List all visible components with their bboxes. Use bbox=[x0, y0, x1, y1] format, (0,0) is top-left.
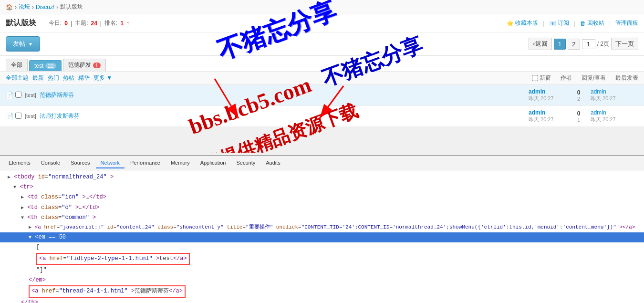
page1-button[interactable]: 1 bbox=[554, 39, 566, 50]
sep2: | bbox=[100, 20, 102, 27]
toolbar: 发帖 ▼ ‹返回 1 2 / 2页 下一页 bbox=[0, 32, 644, 56]
tab-fandesa[interactable]: 范德萨发 1 bbox=[63, 59, 106, 71]
tree-arrow-selected[interactable]: ▼ bbox=[29, 235, 31, 240]
collect-link[interactable]: ⭐ 收藏本版 bbox=[507, 19, 538, 27]
thread-row: 📄 [test] 法师打发斯蒂芬 admin 昨天 20:27 0 1 a bbox=[0, 106, 644, 127]
devtools-tab-security[interactable]: Security bbox=[231, 158, 260, 168]
today-val: 0 bbox=[64, 20, 68, 27]
thread-checkbox-col bbox=[15, 113, 25, 120]
filter-more[interactable]: 更多 ▼ bbox=[93, 74, 112, 82]
devtools-tab-sources[interactable]: Sources bbox=[66, 158, 94, 168]
devtools-tab-elements[interactable]: Elements bbox=[4, 158, 35, 168]
tree-line: "]" bbox=[0, 265, 644, 275]
thread-title-link[interactable]: 范德萨斯蒂芬 bbox=[40, 92, 74, 98]
thread-icon: 📄 bbox=[6, 92, 15, 99]
forum-actions: ⭐ 收藏本版 | 📧 订阅 | 🗑 回收站 | 管理面板 bbox=[507, 19, 638, 27]
thread-views: 1 bbox=[567, 117, 591, 123]
thread-last-col: admin 昨天 20:27 bbox=[591, 109, 638, 123]
tab-all-label: 全部 bbox=[11, 61, 22, 69]
page2-button[interactable]: 2 bbox=[568, 39, 580, 50]
thread-tag: [test] bbox=[25, 113, 36, 119]
devtools-tab-application[interactable]: Application bbox=[196, 158, 231, 168]
breadcrumb-sep3: › bbox=[56, 4, 58, 10]
back-button[interactable]: ‹返回 bbox=[529, 38, 551, 50]
rank-up-arrow: ↑ bbox=[126, 20, 129, 27]
devtools-panel: Elements Console Sources Network Perform… bbox=[0, 155, 644, 303]
forum-section: 🏠 › 论坛 › Discuz! › 默认版块 默认版块 今日: 0 | 主题:… bbox=[0, 0, 644, 155]
thread-title-col: [test] 范德萨斯蒂芬 bbox=[25, 91, 529, 99]
thread-last-time: 昨天 20:27 bbox=[591, 95, 638, 102]
new-window-checkbox[interactable] bbox=[532, 75, 538, 81]
home-icon: 🏠 bbox=[6, 4, 13, 10]
new-window-label: 新窗 bbox=[540, 74, 551, 82]
thread-author-time: 昨天 20:27 bbox=[529, 116, 567, 123]
page-input[interactable] bbox=[582, 39, 595, 49]
tree-arrow[interactable]: ▶ bbox=[21, 205, 24, 210]
tree-line: </th> bbox=[0, 298, 644, 303]
recycle-link[interactable]: 🗑 回收站 bbox=[580, 19, 604, 27]
tab-test-count: 22 bbox=[45, 63, 56, 69]
thread-replies: 0 bbox=[567, 89, 591, 96]
tree-line: ▶ <td class="o" >…</td> bbox=[0, 203, 644, 213]
thread-title-link[interactable]: 法师打发斯蒂芬 bbox=[40, 113, 80, 119]
devtools-tab-audits[interactable]: Audits bbox=[261, 158, 285, 168]
pagination: ‹返回 1 2 / 2页 下一页 bbox=[529, 38, 638, 50]
breadcrumb-forum[interactable]: 论坛 bbox=[19, 3, 30, 11]
tree-line: ▶ <td class="icn" >…</td> bbox=[0, 192, 644, 202]
tree-line-selected[interactable]: ▼ <em == 50 bbox=[0, 232, 644, 242]
filter-bar: 全部主题 最新 热门 热帖 精华 更多 ▼ 新窗 作者 回复/查看 最后发表 bbox=[0, 72, 644, 85]
thread-author-col: admin 昨天 20:27 bbox=[529, 109, 567, 123]
thread-checkbox-col bbox=[15, 92, 25, 99]
tab-test[interactable]: test 22 bbox=[29, 60, 62, 71]
breadcrumb-sep2: › bbox=[32, 4, 34, 10]
filter-hotpost[interactable]: 热帖 bbox=[63, 74, 74, 82]
thread-author-time: 昨天 20:27 bbox=[529, 95, 567, 102]
sep1: | bbox=[71, 20, 72, 27]
devtools-tab-network[interactable]: Network bbox=[96, 158, 125, 168]
thread-icon: 📄 bbox=[6, 113, 15, 120]
last-post-col-label: 最后发表 bbox=[615, 74, 638, 82]
replies-col-label: 回复/查看 bbox=[582, 74, 606, 82]
thread-list: 📄 [test] 范德萨斯蒂芬 admin 昨天 20:27 0 2 ad bbox=[0, 85, 644, 127]
tab-all[interactable]: 全部 bbox=[6, 59, 28, 71]
filter-essence[interactable]: 精华 bbox=[78, 74, 90, 82]
devtools-tab-console[interactable]: Console bbox=[36, 158, 65, 168]
tab-fandesa-label: 范德萨发 bbox=[68, 61, 91, 69]
thread-last-author: admin bbox=[591, 109, 638, 116]
filter-all-topics[interactable]: 全部主题 bbox=[6, 74, 29, 82]
thread-author-col: admin 昨天 20:27 bbox=[529, 88, 567, 102]
tab-fandesa-count: 1 bbox=[93, 63, 101, 68]
tree-arrow[interactable]: ▼ bbox=[21, 215, 24, 220]
tree-line: </em> bbox=[0, 275, 644, 285]
rank-val: 1 bbox=[120, 20, 124, 27]
subscribe-link[interactable]: 📧 订阅 bbox=[549, 19, 569, 27]
topic-val: 24 bbox=[91, 20, 97, 27]
thread-checkbox[interactable] bbox=[15, 113, 21, 119]
rank-label: 排名: bbox=[104, 19, 117, 27]
tree-arrow[interactable]: ▼ bbox=[13, 185, 16, 190]
manage-link[interactable]: 管理面板 bbox=[615, 19, 638, 27]
filter-latest[interactable]: 最新 bbox=[32, 74, 44, 82]
devtools-tab-memory[interactable]: Memory bbox=[166, 158, 195, 168]
filter-cols: 新窗 作者 回复/查看 最后发表 bbox=[532, 74, 638, 82]
tab-test-label: test bbox=[34, 63, 43, 69]
thread-row: 📄 [test] 范德萨斯蒂芬 admin 昨天 20:27 0 2 ad bbox=[0, 85, 644, 106]
forum-title: 默认版块 bbox=[6, 18, 36, 28]
thread-views: 2 bbox=[567, 96, 591, 102]
forum-header: 默认版块 今日: 0 | 主题: 24 | 排名: 1 ↑ ⭐ 收藏本版 | 📧… bbox=[0, 14, 644, 32]
page-total: / 2页 bbox=[597, 40, 609, 48]
breadcrumb-sep1: › bbox=[15, 4, 17, 10]
thread-author-name: admin bbox=[529, 88, 567, 95]
thread-title-col: [test] 法师打发斯蒂芬 bbox=[25, 112, 529, 120]
tree-arrow[interactable]: ▶ bbox=[21, 195, 24, 200]
tree-arrow[interactable]: ▶ bbox=[8, 175, 10, 180]
next-button[interactable]: 下一页 bbox=[611, 38, 638, 50]
thread-checkbox[interactable] bbox=[15, 92, 21, 98]
filter-hot[interactable]: 热门 bbox=[48, 74, 59, 82]
breadcrumb-discuz[interactable]: Discuz! bbox=[36, 4, 54, 10]
devtools-tab-performance[interactable]: Performance bbox=[125, 158, 165, 168]
thread-tag: [test] bbox=[25, 92, 36, 98]
post-button[interactable]: 发帖 ▼ bbox=[6, 36, 40, 52]
author-col-label: 作者 bbox=[561, 74, 572, 82]
tree-line: <a href="thread-24-1-1.html" >范德萨斯蒂芬</a> bbox=[29, 285, 186, 297]
